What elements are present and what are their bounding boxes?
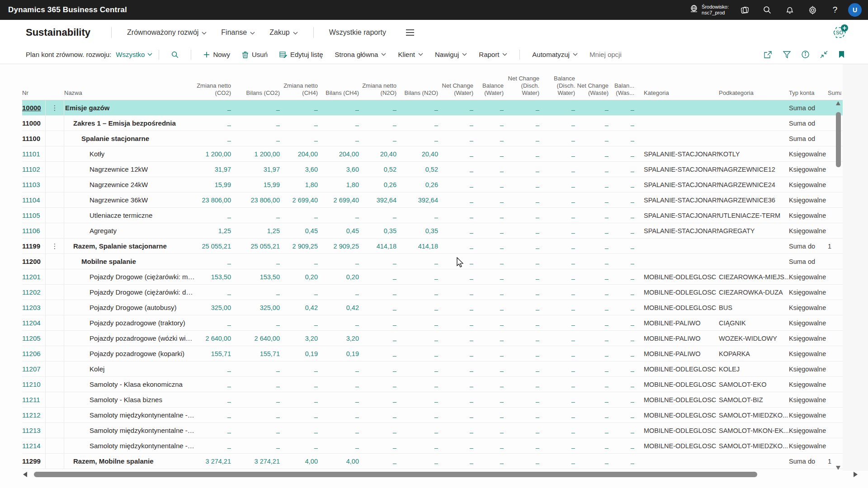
cell-v6[interactable]: – (438, 315, 473, 330)
column-header-podkategoria[interactable]: Podkategoria (719, 89, 789, 100)
cell-v5[interactable]: – (396, 408, 438, 422)
value-link[interactable]: 0,35 (425, 227, 438, 235)
cell-typ[interactable]: Suma od (789, 116, 828, 131)
cell-name[interactable]: Nagrzewnice 36kW (64, 192, 195, 207)
value-link[interactable]: 0,42 (346, 304, 359, 311)
cell-kategoria[interactable]: SPALANIE-STACJONARNE (634, 223, 719, 238)
cell-name[interactable]: Pojazdy pozadrogowe (traktory) (64, 315, 195, 330)
cell-kategoria[interactable]: MOBILNE-ODLEGLOSC (634, 423, 719, 438)
cell-v2[interactable]: 204,00 (280, 146, 318, 161)
cell-nr[interactable]: 11200 (22, 254, 45, 269)
cell-v5[interactable]: 392,64 (396, 192, 438, 207)
table-row[interactable]: 11100Spalanie stacjonarne––––––––––––Sum… (22, 131, 845, 146)
cell-v0[interactable]: 3 274,21 (195, 454, 231, 469)
cell-v3[interactable]: 0,19 (318, 346, 359, 361)
cell-podkategoria[interactable]: WOZEK-WIDLOWY (719, 331, 789, 346)
cell-v10[interactable]: – (575, 208, 609, 223)
cell-v1[interactable]: – (231, 285, 280, 300)
cell-nr[interactable]: 11106 (22, 223, 45, 238)
cell-podkategoria[interactable]: UTLENIACZE-TERM (719, 208, 789, 223)
value-link[interactable]: 3,20 (305, 335, 318, 342)
cell-v4[interactable]: 414,18 (359, 239, 396, 253)
table-row[interactable]: 11199⋮Razem, Spalanie stacjonarne25 055,… (22, 239, 845, 254)
value-link[interactable]: 2 699,40 (334, 197, 359, 204)
cell-v5[interactable]: – (396, 285, 438, 300)
cell-v8[interactable]: – (504, 285, 539, 300)
value-link[interactable]: 3,20 (346, 335, 359, 342)
menu-automatyzuj[interactable]: Automatyzuj (532, 51, 578, 58)
cell-kategoria[interactable]: MOBILNE-PALIWO (634, 331, 719, 346)
cell-v9[interactable]: – (539, 239, 575, 253)
value-link[interactable]: 0,19 (305, 350, 318, 357)
menu-klient[interactable]: Klient (398, 51, 423, 58)
copilot-icon[interactable] (735, 0, 754, 20)
cell-v8[interactable]: – (504, 116, 539, 131)
cell-v11[interactable]: – (609, 269, 634, 284)
account-number-link[interactable]: 11214 (22, 442, 41, 450)
cell-v11[interactable]: – (609, 208, 634, 223)
table-row[interactable]: 11106Agregaty1,251,250,450,450,350,35–––… (22, 223, 845, 239)
column-header-v0[interactable]: Zmiana netto (CO2) (195, 82, 231, 100)
value-link[interactable]: 23 806,00 (250, 197, 280, 204)
cell-v11[interactable]: – (609, 254, 634, 269)
cell-typ[interactable]: Księgowalne (789, 208, 828, 223)
account-number-link[interactable]: 11000 (22, 119, 41, 127)
cell-v0[interactable]: 153,50 (195, 269, 231, 284)
horizontal-scroll-thumb[interactable] (34, 472, 757, 477)
cell-v3[interactable]: – (318, 100, 359, 115)
cell-v0[interactable]: 15,99 (195, 177, 231, 192)
cell-v6[interactable]: – (438, 377, 473, 392)
cell-typ[interactable]: Suma do (789, 239, 828, 253)
cell-v0[interactable]: 2 640,00 (195, 331, 231, 346)
cell-v1[interactable]: – (231, 423, 280, 438)
cell-podkategoria[interactable]: KOLEJ (719, 361, 789, 376)
column-header-v9[interactable]: Balance (Disch. Water) (539, 75, 575, 100)
cell-v7[interactable]: – (473, 254, 504, 269)
cell-v10[interactable]: – (575, 223, 609, 238)
cell-v4[interactable]: – (359, 300, 396, 315)
cell-nr[interactable]: 11214 (22, 438, 45, 453)
cell-v10[interactable]: – (575, 438, 609, 453)
cell-nr[interactable]: 11203 (22, 300, 45, 315)
cell-v10[interactable]: – (575, 331, 609, 346)
cell-nr[interactable]: 11000 (22, 116, 45, 131)
cell-typ[interactable]: Księgowalne (789, 223, 828, 238)
value-link[interactable]: 414,18 (418, 243, 438, 250)
cell-v9[interactable]: – (539, 146, 575, 161)
bookmark-icon[interactable] (839, 51, 844, 58)
cell-typ[interactable]: Księgowalne (789, 438, 828, 453)
table-row[interactable]: 11204Pojazdy pozadrogowe (traktory)–––––… (22, 315, 845, 331)
cell-kategoria[interactable]: MOBILNE-ODLEGLOSC (634, 377, 719, 392)
nav-item-finanse[interactable]: Finanse (221, 28, 255, 37)
cell-nr[interactable]: 11204 (22, 315, 45, 330)
cell-v1[interactable]: – (231, 208, 280, 223)
cell-v6[interactable]: – (438, 254, 473, 269)
value-link[interactable]: 25 055,21 (202, 243, 231, 250)
cell-v4[interactable]: – (359, 285, 396, 300)
cell-v1[interactable]: 23 806,00 (231, 192, 280, 207)
cell-podkategoria[interactable] (719, 116, 789, 131)
cell-v9[interactable]: – (539, 254, 575, 269)
cell-v7[interactable]: – (473, 331, 504, 346)
cell-v8[interactable]: – (504, 300, 539, 315)
cell-v7[interactable]: – (473, 285, 504, 300)
environment-button[interactable]: Środowisko: nsc7_prod (687, 4, 731, 16)
table-row[interactable]: 11213Samoloty międzykontynentalne - Klas… (22, 423, 845, 438)
cell-v7[interactable]: – (473, 131, 504, 146)
cell-v2[interactable]: – (280, 285, 318, 300)
account-number-link[interactable]: 11212 (22, 411, 41, 419)
assist-badge[interactable]: SO (829, 23, 850, 42)
cell-v1[interactable]: – (231, 315, 280, 330)
cell-podkategoria[interactable]: CIĄGNIK (719, 315, 789, 330)
cell-name[interactable]: Utleniacze termiczne (64, 208, 195, 223)
column-header-v6[interactable]: Net Change (Water) (438, 82, 473, 100)
cell-v2[interactable]: – (280, 361, 318, 376)
account-number-link[interactable]: 11104 (22, 196, 40, 204)
column-header-v2[interactable]: Zmiana netto (CH4) (280, 82, 318, 100)
cell-v8[interactable]: – (504, 454, 539, 469)
cell-name[interactable]: Zakres 1 – Emisja bezpośrednia (64, 116, 195, 131)
cell-podkategoria[interactable]: SAMOLOT-MIEDZKO... (719, 408, 789, 422)
cell-v5[interactable]: – (396, 438, 438, 453)
cell-v11[interactable]: – (609, 162, 634, 177)
cell-v10[interactable]: – (575, 454, 609, 469)
